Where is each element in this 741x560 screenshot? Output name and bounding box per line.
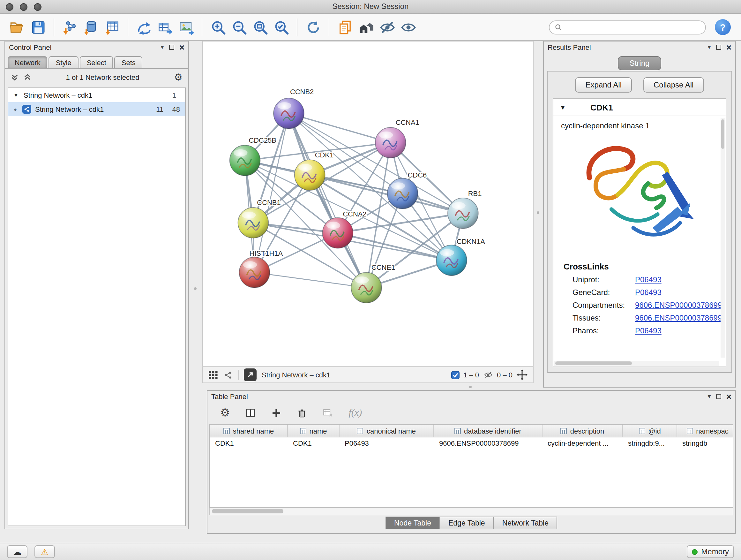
- network-node-CCNB1[interactable]: CCNB1: [238, 199, 281, 238]
- tab-network-table[interactable]: Network Table: [494, 516, 557, 530]
- edge-CCNE1-HIST1H1A[interactable]: [254, 272, 366, 288]
- table-cell[interactable]: cyclin-dependent ...: [542, 437, 623, 450]
- tab-edge-table[interactable]: Edge Table: [440, 516, 494, 530]
- refresh-view-icon[interactable]: [302, 17, 324, 38]
- crosslink-link[interactable]: P06493: [635, 288, 662, 297]
- column-header-canonical-name[interactable]: canonical name: [340, 425, 434, 437]
- column-header-namespac[interactable]: namespac: [677, 425, 733, 437]
- network-options-gear-icon[interactable]: ⚙: [174, 72, 183, 82]
- table-cell[interactable]: CDK1: [210, 437, 288, 450]
- protein-card-header[interactable]: ▾ CDK1: [553, 99, 726, 116]
- zoom-out-icon[interactable]: [228, 17, 250, 38]
- crosslink-link[interactable]: P06493: [635, 326, 662, 335]
- share-network-icon[interactable]: [223, 370, 233, 380]
- import-table-from-file-icon[interactable]: [102, 17, 123, 38]
- tree-expand-icon[interactable]: ▾: [12, 92, 20, 98]
- panel-close-button[interactable]: ×: [726, 392, 731, 401]
- panel-close-button[interactable]: ×: [726, 43, 731, 52]
- collapse-all-icon[interactable]: [11, 73, 18, 81]
- zoom-selected-icon[interactable]: [271, 17, 292, 38]
- table-row[interactable]: CDK1CDK1P064939606.ENSP00000378699cyclin…: [210, 437, 733, 450]
- network-node-CDK1[interactable]: CDK1: [294, 151, 333, 191]
- search-input[interactable]: [565, 23, 700, 31]
- panel-float-button[interactable]: [169, 45, 174, 50]
- network-row[interactable]: ● String Network – cdk1 11 48: [8, 102, 185, 116]
- eye-icon[interactable]: [398, 17, 419, 38]
- column-header-shared-name[interactable]: shared name: [210, 425, 288, 437]
- tab-sets[interactable]: Sets: [115, 56, 143, 68]
- card-horizontal-scrollbar[interactable]: [554, 361, 719, 366]
- network-node-CDC25B[interactable]: CDC25B: [230, 136, 276, 176]
- column-header-name[interactable]: name: [288, 425, 340, 437]
- export-image-icon[interactable]: [176, 17, 197, 38]
- eye-slash-icon[interactable]: [377, 17, 398, 38]
- crosslink-link[interactable]: P06493: [635, 275, 662, 284]
- detach-view-button[interactable]: [244, 368, 257, 381]
- table-cell[interactable]: stringdb:9...: [623, 437, 677, 450]
- table-cell[interactable]: CDK1: [288, 437, 340, 450]
- tab-network[interactable]: Network: [8, 56, 48, 68]
- table-settings-gear-icon[interactable]: ⚙: [220, 408, 230, 418]
- table-cell[interactable]: P06493: [340, 437, 434, 450]
- show-columns-icon[interactable]: [246, 408, 256, 418]
- tab-style[interactable]: Style: [49, 56, 78, 68]
- splitter-handle[interactable]: [194, 287, 197, 290]
- help-button[interactable]: ?: [715, 19, 731, 35]
- copy-network-icon[interactable]: [334, 17, 355, 38]
- network-node-RB1[interactable]: RB1: [448, 190, 482, 229]
- zoom-fit-content-icon[interactable]: [250, 17, 271, 38]
- network-node-HIST1H1A[interactable]: HIST1H1A: [239, 249, 283, 288]
- warnings-button[interactable]: ⚠: [35, 545, 55, 558]
- tab-string[interactable]: String: [618, 56, 661, 70]
- selected-checkbox-icon[interactable]: [451, 371, 460, 379]
- column-header-database-identifier[interactable]: database identifier: [434, 425, 542, 437]
- edge-CCNB2-CCNA1[interactable]: [289, 113, 391, 143]
- edge-CDK1-RB1[interactable]: [310, 175, 463, 213]
- panel-menu-button[interactable]: ▾: [708, 393, 711, 400]
- splitter-handle[interactable]: [537, 211, 539, 214]
- crosslink-link[interactable]: 9606.ENSP00000378699: [635, 314, 722, 322]
- network-node-CDKN1A[interactable]: CDKN1A: [436, 238, 485, 276]
- zoom-in-icon[interactable]: [207, 17, 228, 38]
- panel-menu-button[interactable]: ▾: [708, 44, 711, 51]
- search-field[interactable]: [549, 20, 706, 34]
- expand-all-icon[interactable]: [23, 73, 31, 81]
- save-session-icon[interactable]: [27, 17, 49, 38]
- tab-node-table[interactable]: Node Table: [385, 516, 440, 530]
- export-table-icon[interactable]: [154, 17, 176, 38]
- network-node-CCNB2[interactable]: CCNB2: [273, 88, 314, 129]
- open-session-icon[interactable]: [6, 17, 27, 38]
- card-vertical-scrollbar[interactable]: [721, 118, 725, 358]
- new-network-from-selection-icon[interactable]: [133, 17, 154, 38]
- home-view-icon[interactable]: [355, 17, 377, 38]
- network-graph[interactable]: CCNB2CCNA1CDC25BCDK1CDC6RB1CCNB1CCNA2CDK…: [203, 42, 533, 366]
- splitter-handle[interactable]: [469, 386, 472, 388]
- panel-float-button[interactable]: [716, 394, 721, 399]
- network-collection-row[interactable]: ▾ String Network – cdk1 1: [8, 88, 185, 102]
- panel-close-button[interactable]: ×: [179, 43, 185, 52]
- table-cell[interactable]: stringdb: [677, 437, 733, 450]
- expand-all-button[interactable]: Expand All: [576, 77, 632, 92]
- birdseye-grid-icon[interactable]: [208, 370, 218, 379]
- delete-column-icon[interactable]: [297, 408, 307, 418]
- column-header-description[interactable]: description: [542, 425, 623, 437]
- tab-select[interactable]: Select: [80, 56, 113, 68]
- scrollbar-thumb[interactable]: [212, 509, 283, 513]
- crosslink-link[interactable]: 9606.ENSP00000378699: [635, 301, 722, 310]
- table-cell[interactable]: 9606.ENSP00000378699: [434, 437, 542, 450]
- table-horizontal-scrollbar[interactable]: [209, 508, 733, 515]
- panel-float-button[interactable]: [716, 45, 721, 50]
- import-network-from-database-icon[interactable]: [80, 17, 102, 38]
- collapse-all-button[interactable]: Collapse All: [643, 77, 704, 92]
- crosshair-icon[interactable]: [516, 369, 528, 381]
- cloud-status-button[interactable]: ☁: [7, 545, 27, 558]
- network-canvas[interactable]: CCNB2CCNA1CDC25BCDK1CDC6RB1CCNB1CCNA2CDK…: [202, 41, 534, 367]
- add-column-icon[interactable]: [272, 408, 282, 418]
- network-node-CCNA1[interactable]: CCNA1: [375, 118, 419, 158]
- memory-button[interactable]: Memory: [686, 545, 734, 558]
- column-header--id[interactable]: @id: [623, 425, 677, 437]
- panel-menu-button[interactable]: ▾: [161, 44, 164, 51]
- import-network-from-file-icon[interactable]: [59, 17, 80, 38]
- hidden-eye-slash-icon[interactable]: [483, 370, 493, 379]
- collapse-card-icon[interactable]: ▾: [561, 103, 590, 111]
